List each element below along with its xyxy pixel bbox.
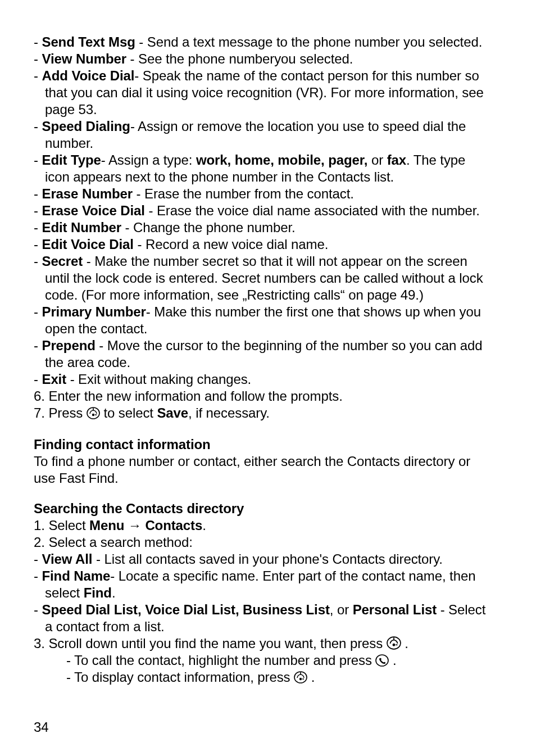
term: Send Text Msg (42, 34, 135, 49)
s3a-post: . (389, 653, 396, 668)
list-item: - View Number - See the phone numberyou … (34, 51, 506, 67)
s3b-post: . (307, 669, 315, 685)
s3b-pre: - To display contact information, press (66, 669, 294, 685)
s3-pre: 3. Scroll down until you find the name y… (34, 636, 387, 651)
search-step-3: 3. Scroll down until you find the name y… (34, 635, 506, 652)
step-7-post: , if necessary. (188, 405, 270, 420)
ok-select-icon (294, 671, 307, 684)
step-7-save: Save (157, 405, 188, 420)
heading-finding: Finding contact information (34, 436, 506, 453)
list-item-cont: icon appears next to the phone number in… (34, 169, 506, 185)
list-item: - Secret - Make the number secret so tha… (34, 253, 506, 270)
step-6: 6. Enter the new information and follow … (34, 388, 506, 405)
term: Speed Dialing (42, 119, 130, 134)
term-inline: fax (387, 152, 406, 168)
list-item-cont: a contact from a list. (34, 618, 506, 635)
term: Erase Number (42, 186, 133, 201)
ok-select-icon (387, 636, 401, 650)
list-item: - Prepend - Move the cursor to the begin… (34, 337, 506, 354)
search-step-3b: - To display contact information, press … (34, 669, 506, 686)
term: Edit Number (42, 220, 121, 235)
step-7-pre: 7. Press (34, 405, 87, 420)
s3a-pre: - To call the contact, highlight the num… (66, 653, 375, 668)
list-item-cont: the area code. (34, 354, 506, 371)
term: Personal List (353, 602, 437, 617)
svg-point-1 (92, 414, 94, 416)
svg-point-3 (392, 644, 395, 646)
s1-menu: Menu (89, 518, 124, 533)
svg-point-6 (299, 678, 302, 680)
s1-pre: 1. Select (34, 518, 89, 533)
list-item: - Speed Dial List, Voice Dial List, Busi… (34, 601, 506, 618)
ok-select-icon (87, 406, 100, 420)
call-icon (375, 654, 389, 667)
term: Erase Voice Dial (42, 203, 144, 218)
list-item: - Primary Number- Make this number the f… (34, 304, 506, 320)
search-step-1: 1. Select Menu → Contacts. (34, 517, 506, 534)
term: Primary Number (42, 304, 146, 319)
list-item-cont: that you can dial it using voice recogni… (34, 84, 506, 101)
term: Secret (42, 253, 83, 269)
term: Add Voice Dial (42, 68, 134, 83)
list-item: - Add Voice Dial- Speak the name of the … (34, 67, 506, 84)
term: Prepend (42, 338, 95, 353)
term-inline: Find (84, 585, 112, 600)
list-item-cont: number. (34, 135, 506, 152)
list-item-cont: page 53. (34, 101, 506, 118)
list-item: - Edit Voice Dial - Record a new voice d… (34, 236, 506, 253)
svg-point-4 (376, 655, 388, 666)
term: Exit (42, 372, 66, 387)
list-item: - Find Name- Locate a specific name. Ent… (34, 568, 506, 585)
list-item: - View All - List all contacts saved in … (34, 551, 506, 568)
term: View All (42, 551, 92, 567)
list-item: - Edit Type- Assign a type: work, home, … (34, 152, 506, 169)
list-item: - Edit Number - Change the phone number. (34, 219, 506, 236)
page-number: 34 (34, 719, 49, 736)
s3-post: . (401, 636, 408, 651)
term: Find Name (42, 568, 110, 583)
heading-searching: Searching the Contacts directory (34, 500, 506, 517)
search-method-list: - View All - List all contacts saved in … (34, 551, 506, 635)
s1-contacts: Contacts (145, 518, 202, 533)
list-item: - Exit - Exit without making changes. (34, 371, 506, 388)
list-item: - Speed Dialing- Assign or remove the lo… (34, 118, 506, 135)
list-item-cont: select Find. (34, 585, 506, 601)
s1-post: . (202, 518, 206, 533)
search-step-3a: - To call the contact, highlight the num… (34, 652, 506, 669)
list-item-cont: code. (For more information, see „Restri… (34, 287, 506, 304)
options-list: - Send Text Msg - Send a text message to… (34, 34, 506, 388)
term: View Number (42, 51, 126, 66)
list-item-cont: until the lock code is entered. Secret n… (34, 270, 506, 287)
term: Edit Type (42, 152, 101, 168)
search-step-2: 2. Select a search method: (34, 534, 506, 551)
term-inline: work, home, mobile, pager, (196, 152, 367, 168)
list-item: - Send Text Msg - Send a text message to… (34, 34, 506, 51)
page-content: - Send Text Msg - Send a text message to… (34, 34, 506, 686)
finding-para-l2: use Fast Find. (34, 470, 506, 487)
term: Edit Voice Dial (42, 237, 133, 252)
s1-arrow: → (124, 518, 145, 533)
step-7: 7. Press to select Save, if necessary. (34, 405, 506, 422)
step-7-mid: to select (100, 405, 157, 420)
list-item: - Erase Voice Dial - Erase the voice dia… (34, 202, 506, 219)
term: Speed Dial List, Voice Dial List, Busine… (42, 602, 329, 617)
list-item: - Erase Number - Erase the number from t… (34, 185, 506, 202)
finding-para-l1: To find a phone number or contact, eithe… (34, 453, 506, 470)
list-item-cont: open the contact. (34, 320, 506, 337)
